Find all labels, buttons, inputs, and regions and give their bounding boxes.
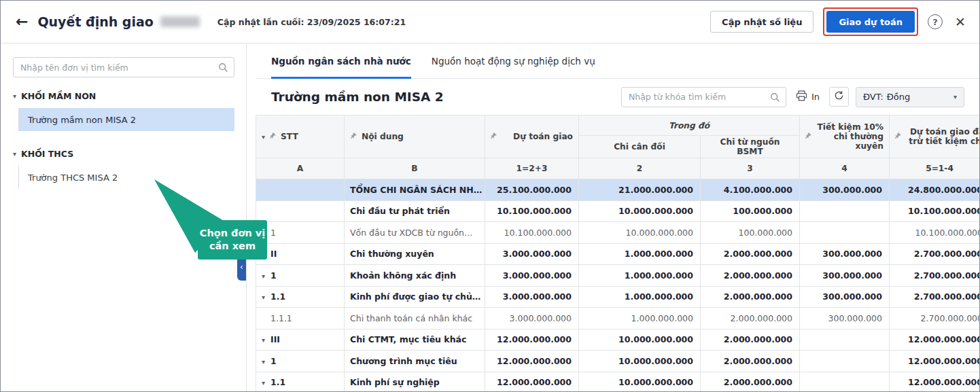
refresh-icon: [834, 90, 844, 103]
row-value: 300.000.000: [800, 243, 890, 265]
row-value: 300.000.000: [800, 179, 890, 201]
pin-icon[interactable]: [805, 132, 812, 141]
main-content: Nguồn ngân sách nhà nước Nguồn hoạt động…: [247, 43, 979, 391]
column-code: 5=1-4: [890, 158, 979, 179]
column-code: B: [345, 158, 485, 179]
header-label: Dự toán giao: [513, 132, 573, 141]
sidebar-item-truong-thcs-misa-2[interactable]: Trường THCS MISA 2: [19, 166, 234, 189]
table-row[interactable]: ▾1Khoản không xác định3.000.000.0001.000…: [256, 265, 980, 287]
pin-icon[interactable]: [350, 132, 357, 141]
row-value: 2.700.000.000: [890, 308, 979, 329]
column-header-du-toan-da-tru[interactable]: Dự toán giao đã trừ tiết kiệm chi: [890, 115, 979, 158]
tab-nguon-ngan-sach-nha-nuoc[interactable]: Nguồn ngân sách nhà nước: [271, 43, 411, 79]
tab-bar: Nguồn ngân sách nhà nước Nguồn hoạt động…: [256, 43, 979, 79]
column-header-noi-dung[interactable]: Nội dung: [345, 115, 485, 158]
app-window: ← Quyết định giao Cập nhật lần cuối: 23/…: [0, 0, 980, 392]
table-row[interactable]: 1Vốn đầu tư XDCB từ nguồn…10.100.000.000…: [256, 222, 980, 244]
row-value: 300.000.000: [800, 265, 890, 287]
sidebar: ▾ KHỐI MẦM NON Trường mầm non MISA 2 ▾ K…: [1, 43, 247, 391]
currency-unit-dropdown[interactable]: ĐVT: Đồng ▾: [856, 87, 964, 107]
back-button[interactable]: ←: [16, 14, 28, 29]
search-icon: [770, 92, 780, 105]
column-header-chi-tu-nguon-bsmt[interactable]: Chi từ nguồn BSMT: [701, 136, 800, 158]
chevron-down-icon: ▾: [13, 150, 16, 158]
row-value: 1.000.000.000: [579, 265, 701, 287]
row-collapse-icon[interactable]: ▾: [262, 251, 270, 258]
table-row[interactable]: 1.1.1Chi thanh toán cá nhân khác3.000.00…: [256, 308, 980, 329]
row-stt: 1.1.1: [270, 313, 292, 323]
row-value: 10.100.000.000: [485, 200, 579, 222]
close-icon[interactable]: ✕: [955, 14, 966, 29]
row-stt: 1: [270, 228, 276, 238]
pin-icon[interactable]: [490, 132, 497, 141]
row-collapse-icon[interactable]: ▾: [262, 358, 270, 366]
table-row[interactable]: ▾1Chương trình mục tiêu12.000.000.00010.…: [256, 351, 980, 372]
collapse-all-icon[interactable]: ▾: [262, 133, 265, 141]
row-value: [800, 329, 890, 351]
row-value: 12.000.000.000: [485, 329, 579, 351]
sidebar-item-truong-mam-non-misa-2[interactable]: Trường mầm non MISA 2: [19, 108, 234, 131]
allocate-budget-button[interactable]: Giao dự toán: [826, 11, 915, 33]
topbar: ← Quyết định giao Cập nhật lần cuối: 23/…: [1, 1, 979, 43]
refresh-button[interactable]: [829, 87, 849, 107]
row-value: 2.000.000.000: [701, 372, 800, 391]
budget-table-container: ▾ STT Nội dung: [256, 115, 979, 391]
header-label: Tiết kiệm 10% chi thường xuyên: [818, 122, 884, 151]
sidebar-collapse-handle[interactable]: ‹: [237, 253, 246, 281]
pin-icon[interactable]: [269, 132, 277, 141]
group-items: Trường THCS MISA 2: [18, 166, 234, 189]
print-button[interactable]: In: [793, 90, 822, 103]
column-header-du-toan-giao[interactable]: Dự toán giao: [485, 115, 579, 158]
table-row[interactable]: ▾1.1Kinh phí được giao tự chủ…3.000.000.…: [256, 286, 980, 308]
help-icon[interactable]: ?: [928, 14, 943, 29]
row-value: 3.000.000.000: [485, 265, 579, 287]
pin-icon[interactable]: [894, 132, 902, 141]
row-value: 3.000.000.000: [485, 286, 579, 308]
row-collapse-icon[interactable]: ▾: [262, 272, 270, 280]
row-value: 2.000.000.000: [701, 265, 800, 287]
table-row[interactable]: TỔNG CHI NGÂN SÁCH NH…25.100.000.00021.0…: [256, 179, 980, 201]
update-data-button[interactable]: Cập nhật số liệu: [710, 11, 813, 33]
row-value: [800, 200, 890, 222]
column-header-stt[interactable]: ▾ STT: [256, 115, 345, 158]
row-value: 12.000.000.000: [890, 372, 979, 391]
tree-group-header[interactable]: ▾ KHỐI MẦM NON: [13, 91, 234, 101]
table-row[interactable]: ▾IIIChi CTMT, mục tiêu khác12.000.000.00…: [256, 329, 980, 351]
last-updated-text: Cập nhật lần cuối: 23/09/2025 16:07:21: [217, 17, 406, 27]
table-search-box: [621, 87, 786, 107]
row-value: 10.100.000.000: [890, 222, 979, 244]
row-value: 10.000.000.000: [579, 200, 701, 222]
unit-search-input[interactable]: [14, 58, 234, 77]
table-row[interactable]: ▾1.1Kinh phí sự nghiệp12.000.000.00010.0…: [256, 372, 980, 391]
row-value: [800, 222, 890, 244]
row-value: 2.000.000.000: [701, 308, 800, 329]
row-collapse-icon[interactable]: ▾: [262, 293, 270, 301]
topbar-actions: Cập nhật số liệu Giao dự toán ? ✕: [710, 7, 966, 36]
row-value: 2.000.000.000: [701, 351, 800, 372]
column-code: 3: [701, 158, 800, 179]
row-value: 2.700.000.000: [890, 286, 979, 308]
row-value: [800, 351, 890, 372]
row-label: Vốn đầu tư XDCB từ nguồn…: [350, 228, 473, 238]
row-collapse-icon[interactable]: ▾: [262, 336, 270, 344]
column-group-trong-do: Trong đó: [579, 115, 800, 136]
table-row[interactable]: Chi đầu tư phát triển10.100.000.00010.00…: [256, 200, 980, 222]
column-header-chi-can-doi[interactable]: Chi cân đối: [579, 136, 701, 158]
unit-title: Trường mầm non MISA 2: [271, 90, 444, 104]
row-stt: 1.1: [270, 377, 285, 387]
tab-nguon-hoat-dong-su-nghiep[interactable]: Nguồn hoạt động sự nghiệp dịch vụ: [432, 43, 595, 79]
dvt-label: ĐVT:: [863, 92, 883, 102]
row-value: 2.000.000.000: [701, 329, 800, 351]
row-collapse-icon[interactable]: ▾: [262, 379, 270, 387]
row-value: 12.000.000.000: [890, 351, 979, 372]
column-header-tiet-kiem[interactable]: Tiết kiệm 10% chi thường xuyên: [800, 115, 890, 158]
row-value: 12.000.000.000: [890, 329, 979, 351]
row-value: 10.000.000.000: [579, 351, 701, 372]
unit-search-box: [13, 57, 234, 77]
column-code: A: [256, 158, 345, 179]
row-value: 300.000.000: [800, 308, 890, 329]
search-icon: [218, 63, 228, 75]
table-search-input[interactable]: [622, 88, 786, 107]
tree-group-header[interactable]: ▾ KHỐI THCS: [13, 149, 234, 159]
table-row[interactable]: ▾IIChi thường xuyên3.000.000.0001.000.00…: [256, 243, 980, 265]
